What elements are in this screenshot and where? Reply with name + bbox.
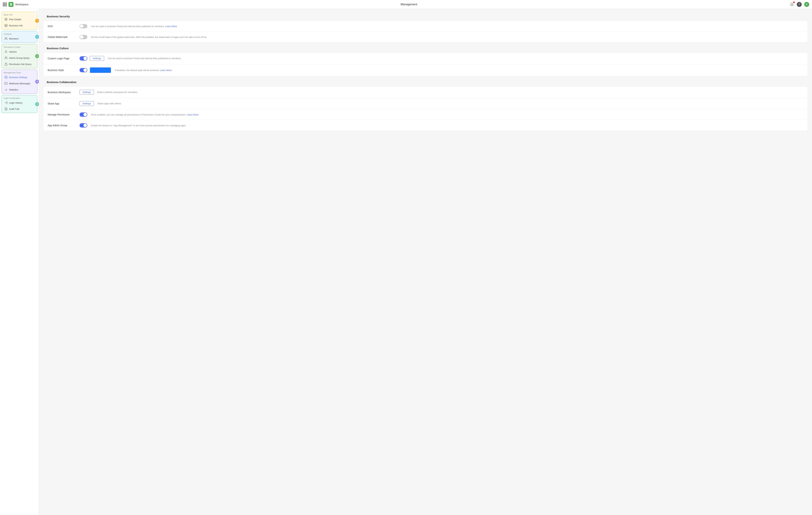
color-swatch-business-style[interactable] <box>90 67 111 73</box>
sidebar-section-title-contacts: Contacts <box>2 32 37 35</box>
sidebar-section-title-management: Management Tools <box>2 70 37 74</box>
svg-point-6 <box>5 51 6 52</box>
learn-more-manage-permission-link[interactable]: Learn More <box>187 113 199 116</box>
row-sso: SSO Can be used in business Portal and i… <box>44 21 808 32</box>
section-title-business-culture: Business Culture <box>43 44 808 52</box>
user-avatar-icon[interactable]: E <box>804 2 809 7</box>
sidebar-section-title-basic-info: Basic Info <box>2 12 37 16</box>
row-desc-manage-permission: Once enabled, you can manage all permiss… <box>91 113 803 116</box>
row-desc-custom-login-page: Can be used in business Portal and inter… <box>108 57 803 60</box>
sidebar-item-webhook[interactable]: Webhook (Message) <box>2 81 36 86</box>
settings-button-share-app[interactable]: Settings <box>80 101 94 106</box>
card-business-collaboration: Business Workspace Settings Build a defa… <box>43 86 808 131</box>
card-business-security: SSO Can be used in business Portal and i… <box>43 21 808 42</box>
sidebar-block-management: Management Tools Business Settings Webho… <box>1 70 37 94</box>
collapse-button[interactable]: « <box>35 10 39 14</box>
controls-custom-login-page: Settings <box>80 56 104 61</box>
sidebar-item-label-login-history: Login History <box>9 101 23 104</box>
row-desc-business-style: If disabled, the default style will be r… <box>115 69 803 71</box>
row-desc-global-watermark: Set the on/off state of the global water… <box>91 36 803 38</box>
section-badge-4: 4 <box>35 80 39 84</box>
members-icon <box>4 37 8 40</box>
settings-button-business-workspace[interactable]: Settings <box>80 90 94 95</box>
section-badge-5: 5 <box>35 102 39 106</box>
row-label-business-style: Business Style <box>48 69 76 71</box>
section-badge-2: 2 <box>35 35 39 39</box>
admin-icon <box>4 50 8 53</box>
sidebar-block-basic-info: Basic Info Plan Details Business Info 1 <box>1 12 37 30</box>
svg-point-7 <box>5 57 6 58</box>
row-label-global-watermark: Global Watermark <box>48 36 76 38</box>
table-icon <box>4 24 8 27</box>
help-icon[interactable]: ? <box>797 2 802 7</box>
toggle-app-admin-group[interactable] <box>80 123 87 127</box>
svg-point-5 <box>5 37 6 38</box>
row-manage-permission: Manage Permission Once enabled, you can … <box>44 109 808 120</box>
header-right: ? E <box>789 2 809 7</box>
toggle-custom-login-page[interactable] <box>80 56 87 61</box>
toggle-global-watermark[interactable] <box>80 35 87 39</box>
sidebar-item-label-members: Members <box>9 37 19 40</box>
sidebar-item-label-audit-trail: Audit Trail <box>9 108 19 110</box>
sidebar-item-audit-trail[interactable]: Audit Trail <box>2 106 36 112</box>
login-icon <box>4 101 8 104</box>
notification-dot <box>793 2 795 3</box>
sidebar-item-statistics[interactable]: Statistics <box>2 87 36 93</box>
svg-point-9 <box>6 77 6 78</box>
section-badge-3: 3 <box>35 54 39 58</box>
section-title-business-security: Business Security <box>43 12 808 20</box>
sidebar-block-login: Login & Operation Login History Audit Tr… <box>1 95 37 113</box>
header-left: Workspace <box>3 2 29 7</box>
row-business-workspace: Business Workspace Settings Build a defa… <box>44 87 808 98</box>
grid-icon[interactable] <box>3 2 7 6</box>
section-badge-1: 1 <box>35 19 39 23</box>
toggle-manage-permission[interactable] <box>80 113 87 117</box>
layers-icon <box>4 18 8 21</box>
section-title-business-collaboration: Business Collaboration <box>43 78 808 86</box>
toggle-sso[interactable] <box>80 24 87 28</box>
svg-rect-8 <box>5 64 7 65</box>
sidebar-item-business-info[interactable]: Business Info <box>2 23 36 29</box>
sidebar-item-admins[interactable]: Admins <box>2 49 36 55</box>
webhook-icon <box>4 82 8 85</box>
app-logo <box>8 2 13 7</box>
row-label-manage-permission: Manage Permission <box>48 113 76 116</box>
sidebar-item-business-settings[interactable]: Business Settings <box>2 74 36 80</box>
row-desc-business-workspace: Build a default workspace for members. <box>97 91 803 93</box>
controls-business-style <box>80 67 111 73</box>
toggle-thumb-global-watermark <box>80 35 83 39</box>
toggle-thumb-custom-login-page <box>83 57 87 60</box>
page-title: Management <box>401 3 417 6</box>
learn-more-sso-link[interactable]: Learn More <box>165 25 177 28</box>
notification-bell[interactable] <box>789 2 794 7</box>
sidebar-item-permission-set-query[interactable]: Permission Set Query <box>2 61 36 67</box>
row-label-sso: SSO <box>48 25 76 28</box>
sidebar-item-members[interactable]: Members <box>2 36 36 41</box>
sidebar: « Basic Info Plan Details Business Info … <box>0 9 39 515</box>
sidebar-item-admin-group-query[interactable]: Admin Group Query <box>2 55 36 61</box>
toggle-thumb-business-style <box>83 68 87 72</box>
sidebar-item-login-history[interactable]: Login History <box>2 100 36 106</box>
main-content: Business Security SSO Can be used in bus… <box>39 9 812 515</box>
settings-button-custom-login-page[interactable]: Settings <box>90 56 104 61</box>
sidebar-item-label-business-info: Business Info <box>9 24 23 27</box>
toggle-thumb-sso <box>80 25 83 28</box>
row-app-admin-group: App Admin Group Enable the feature in "A… <box>44 120 808 131</box>
sidebar-item-label-plan-details: Plan Details <box>9 18 21 21</box>
settings-icon <box>4 75 8 79</box>
card-business-culture: Custom Login Page Settings Can be used i… <box>43 53 808 76</box>
svg-rect-10 <box>5 82 7 85</box>
learn-more-business-style-link[interactable]: Learn More <box>160 69 172 71</box>
toggle-thumb-manage-permission <box>83 113 87 116</box>
sidebar-item-label-webhook: Webhook (Message) <box>9 82 30 85</box>
row-desc-sso: Can be used in business Portal and inter… <box>91 25 803 28</box>
sidebar-section-title-login: Login & Operation <box>2 96 37 99</box>
row-desc-share-app: Share apps with others. <box>97 102 803 105</box>
toggle-business-style[interactable] <box>80 68 87 72</box>
sidebar-item-plan-details[interactable]: Plan Details <box>2 16 36 22</box>
toggle-thumb-app-admin-group <box>83 124 87 127</box>
row-business-style: Business Style If disabled, the default … <box>44 64 808 76</box>
row-label-app-admin-group: App Admin Group <box>48 124 76 127</box>
main-layout: « Basic Info Plan Details Business Info … <box>0 0 812 515</box>
app-name: Workspace <box>15 3 29 6</box>
